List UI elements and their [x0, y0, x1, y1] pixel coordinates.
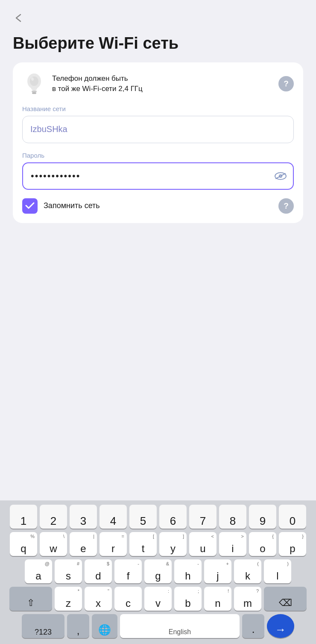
key-5[interactable]: 5: [129, 505, 157, 529]
password-label: Пароль: [22, 152, 294, 159]
remember-help-button[interactable]: ?: [278, 198, 294, 214]
key-o[interactable]: {o: [249, 532, 276, 556]
info-text: Телефон должен бытьв той же Wi-Fi-сети 2…: [52, 74, 274, 94]
remember-network-row: Запомнить сеть ?: [22, 198, 294, 214]
key-w[interactable]: \w: [40, 532, 67, 556]
network-input[interactable]: [22, 116, 294, 143]
network-label: Название сети: [22, 105, 294, 112]
network-input-wrap: [22, 116, 294, 143]
key-q[interactable]: %q: [10, 532, 37, 556]
key-z[interactable]: *z: [55, 587, 82, 611]
key-a[interactable]: @a: [25, 559, 52, 583]
key-y[interactable]: ]y: [159, 532, 187, 556]
symbols-key[interactable]: ?123: [22, 614, 64, 638]
key-u[interactable]: <u: [189, 532, 217, 556]
show-password-button[interactable]: [274, 171, 287, 181]
password-input-wrap: [22, 162, 294, 190]
password-input[interactable]: [22, 162, 294, 190]
svg-rect-2: [32, 92, 36, 94]
key-7[interactable]: 7: [189, 505, 217, 529]
key-l[interactable]: )l: [264, 559, 291, 583]
key-d[interactable]: $d: [85, 559, 112, 583]
keyboard-bottom-row: ?123 , 🌐 English . →: [2, 614, 314, 638]
page-title: Выберите Wi-Fi сеть: [13, 34, 303, 53]
info-row: Телефон должен бытьв той же Wi-Fi-сети 2…: [22, 72, 294, 96]
key-f[interactable]: -f: [114, 559, 142, 583]
svg-rect-1: [32, 91, 37, 92]
svg-point-3: [30, 76, 38, 86]
remember-label: Запомнить сеть: [44, 201, 274, 210]
key-j[interactable]: +j: [204, 559, 231, 583]
wifi-card: Телефон должен бытьв той же Wi-Fi-сети 2…: [13, 62, 303, 223]
keyboard: 1 2 3 4 5 6 7 8 9 0 %q \w |e =r [t ]y <u…: [0, 500, 316, 644]
key-m[interactable]: ?m: [234, 587, 261, 611]
key-n[interactable]: !n: [204, 587, 231, 611]
key-2[interactable]: 2: [40, 505, 67, 529]
back-button[interactable]: [13, 12, 25, 24]
key-3[interactable]: 3: [70, 505, 97, 529]
key-h[interactable]: -h: [174, 559, 202, 583]
key-0[interactable]: 0: [279, 505, 306, 529]
keyboard-numbers-row: 1 2 3 4 5 6 7 8 9 0: [2, 505, 314, 529]
keyboard-zxcv-row: ⇧ *z "x c :v ;b !n ?m ⌫: [2, 587, 314, 611]
key-c[interactable]: c: [114, 587, 142, 611]
key-i[interactable]: >i: [219, 532, 246, 556]
key-g[interactable]: &g: [144, 559, 172, 583]
dot-key[interactable]: .: [242, 614, 264, 638]
top-section: Выберите Wi-Fi сеть Телефон должен бытьв…: [0, 0, 316, 232]
remember-checkbox[interactable]: [22, 198, 38, 214]
key-k[interactable]: (k: [234, 559, 261, 583]
key-8[interactable]: 8: [219, 505, 246, 529]
comma-key[interactable]: ,: [67, 614, 89, 638]
globe-key[interactable]: 🌐: [92, 614, 117, 638]
key-t[interactable]: [t: [129, 532, 157, 556]
keyboard-qwerty-row: %q \w |e =r [t ]y <u >i {o }p: [2, 532, 314, 556]
key-x[interactable]: "x: [85, 587, 112, 611]
space-key[interactable]: English: [120, 614, 240, 638]
shift-key[interactable]: ⇧: [9, 587, 52, 611]
key-b[interactable]: ;b: [174, 587, 202, 611]
key-v[interactable]: :v: [144, 587, 172, 611]
return-key[interactable]: →: [267, 614, 294, 638]
key-p[interactable]: }p: [279, 532, 306, 556]
key-1[interactable]: 1: [10, 505, 37, 529]
keyboard-asdf-row: @a #s $d -f &g -h +j (k )l: [2, 559, 314, 583]
backspace-key[interactable]: ⌫: [264, 587, 307, 611]
key-e[interactable]: |e: [70, 532, 97, 556]
key-4[interactable]: 4: [99, 505, 127, 529]
info-help-button[interactable]: ?: [278, 76, 294, 91]
key-6[interactable]: 6: [159, 505, 187, 529]
key-s[interactable]: #s: [55, 559, 82, 583]
bulb-icon: [22, 72, 46, 96]
key-r[interactable]: =r: [99, 532, 127, 556]
key-9[interactable]: 9: [249, 505, 276, 529]
